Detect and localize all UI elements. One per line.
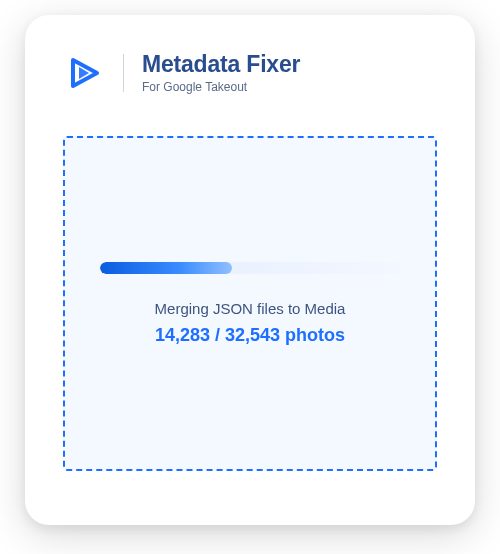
title-block: Metadata Fixer For Google Takeout: [142, 51, 300, 94]
progress-status-label: Merging JSON files to Media: [155, 300, 346, 317]
header-divider: [123, 54, 124, 92]
app-card: Metadata Fixer For Google Takeout Mergin…: [25, 15, 475, 525]
progress-bar-track: [100, 262, 400, 274]
progress-bar-fill: [100, 262, 232, 274]
progress-panel: Merging JSON files to Media 14,283 / 32,…: [63, 136, 437, 471]
app-title: Metadata Fixer: [142, 51, 300, 78]
header: Metadata Fixer For Google Takeout: [63, 51, 437, 94]
progress-count-label: 14,283 / 32,543 photos: [155, 325, 345, 346]
app-logo-icon: [63, 52, 105, 94]
app-subtitle: For Google Takeout: [142, 80, 300, 94]
